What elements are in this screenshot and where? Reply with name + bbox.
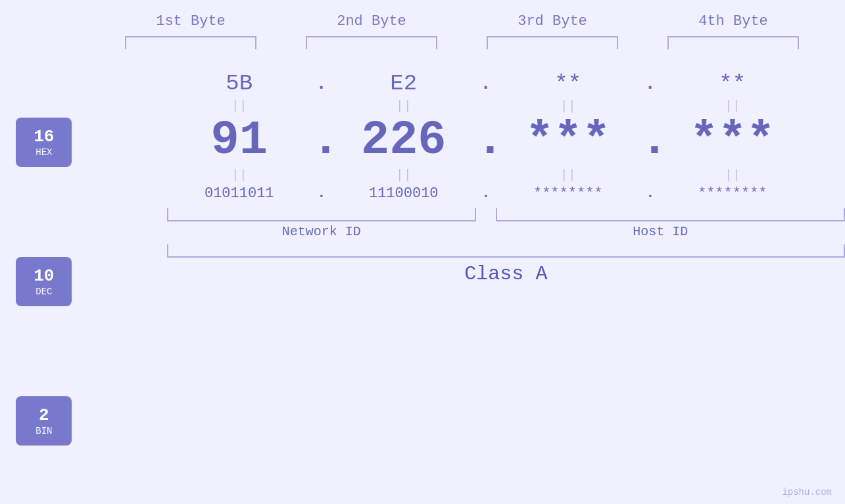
dec-b1: 91: [167, 114, 312, 168]
top-brackets: [101, 36, 824, 49]
hex-b1: 5B: [167, 71, 312, 96]
bin-dot3: .: [640, 185, 660, 202]
bin-badge: 2 BIN: [16, 396, 72, 446]
bracket-b3: [487, 36, 618, 49]
host-bracket-mid-dot: [640, 208, 660, 221]
equals-row-1: || || || ||: [167, 99, 845, 114]
hex-dot2: .: [476, 74, 496, 94]
byte4-header: 4th Byte: [661, 13, 806, 30]
bin-badge-number: 2: [39, 405, 49, 426]
host-id-label: Host ID: [476, 224, 845, 239]
byte1-header: 1st Byte: [118, 13, 263, 30]
bin-b3: ********: [496, 185, 640, 202]
eq2-b1: ||: [167, 168, 312, 183]
hex-badge-label: HEX: [36, 147, 52, 158]
bin-badge-label: BIN: [36, 426, 52, 436]
dec-b3: ***: [496, 114, 640, 168]
equals-row-2: || || || ||: [167, 168, 845, 183]
class-label: Class A: [167, 263, 845, 285]
bracket-b2: [306, 36, 437, 49]
network-bracket-right: [331, 208, 476, 221]
dec-b4: ***: [660, 114, 805, 168]
bin-b2: 11100010: [331, 185, 476, 202]
bin-b1: 01011011: [167, 185, 312, 202]
bin-dot2: .: [476, 185, 496, 202]
bin-data-row: 01011011 . 11100010 . ******** . *******…: [167, 185, 845, 202]
hex-b3: **: [496, 71, 640, 96]
bin-dot1: .: [312, 185, 331, 202]
dec-dot3: .: [640, 114, 660, 168]
hex-data-row: 5B . E2 . ** . **: [167, 71, 845, 96]
byte2-header: 2nd Byte: [299, 13, 444, 30]
dec-badge-label: DEC: [36, 286, 52, 297]
eq2-b4: ||: [660, 168, 805, 183]
host-bracket-left: [496, 208, 640, 221]
bracket-gap: [476, 208, 496, 221]
eq2-b3: ||: [496, 168, 640, 183]
hex-b2: E2: [331, 71, 476, 96]
network-bracket-left: [167, 208, 312, 221]
dec-b2: 226: [331, 114, 476, 168]
rows-wrapper: 5B . E2 . ** . ** || || || || 91: [167, 59, 845, 504]
main-container: 1st Byte 2nd Byte 3rd Byte 4th Byte 16 H…: [0, 0, 845, 504]
hex-b4: **: [660, 71, 805, 96]
eq1-b4: ||: [660, 99, 805, 114]
bracket-b4: [667, 36, 799, 49]
byte3-header: 3rd Byte: [480, 13, 625, 30]
host-bracket-right: [660, 208, 845, 221]
dec-data-row: 91 . 226 . *** . ***: [167, 114, 845, 168]
eq2-b2: ||: [331, 168, 476, 183]
dec-dot1: .: [312, 114, 331, 168]
id-labels: Network ID Host ID: [167, 224, 845, 239]
hex-dot3: .: [640, 74, 660, 94]
bin-b4: ********: [660, 185, 805, 202]
dec-badge: 10 DEC: [16, 257, 72, 306]
bracket-b1: [125, 36, 256, 49]
eq1-b2: ||: [331, 99, 476, 114]
hex-dot1: .: [312, 74, 331, 94]
eq1-b1: ||: [167, 99, 312, 114]
dec-dot2: .: [476, 114, 496, 168]
eq1-b3: ||: [496, 99, 640, 114]
hex-badge: 16 HEX: [16, 118, 72, 167]
byte-headers: 1st Byte 2nd Byte 3rd Byte 4th Byte: [101, 13, 824, 30]
network-bracket-mid-dot: [312, 208, 331, 221]
bottom-brackets-container: [167, 208, 845, 221]
hex-badge-number: 16: [34, 127, 54, 147]
network-id-label: Network ID: [167, 224, 476, 239]
dec-badge-number: 10: [34, 266, 54, 286]
badges-column: 16 HEX 10 DEC 2 BIN: [0, 59, 88, 504]
class-bracket: [167, 244, 845, 258]
watermark: ipshu.com: [782, 487, 832, 497]
